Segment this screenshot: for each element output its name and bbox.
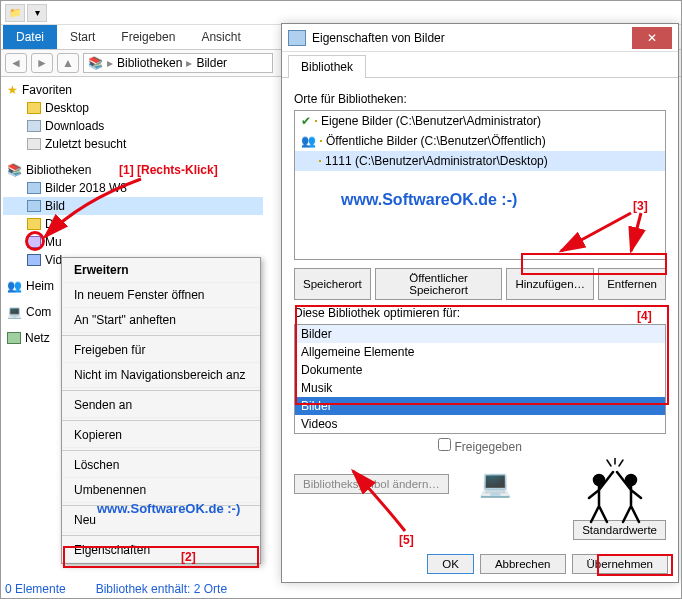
status-contains: Bibliothek enthält: 2 Orte (96, 582, 227, 596)
ctx-share[interactable]: Freigeben für (62, 338, 260, 363)
locations-label: Orte für Bibliotheken: (294, 92, 666, 106)
nav-downloads[interactable]: Downloads (45, 119, 104, 133)
btn-remove[interactable]: Entfernen (598, 268, 666, 300)
check-icon: ✔ (301, 114, 311, 128)
separator (62, 535, 260, 536)
crumb-seg2[interactable]: Bilder (196, 56, 227, 70)
folder-icon (315, 120, 317, 122)
tab-file[interactable]: Datei (3, 25, 57, 49)
ctx-new-window[interactable]: In neuem Fenster öffnen (62, 283, 260, 308)
nav-homegroup[interactable]: Heim (26, 279, 54, 293)
recent-icon (27, 138, 41, 150)
nav-network[interactable]: Netz (25, 331, 50, 345)
ctx-pin-start[interactable]: An "Start" anheften (62, 308, 260, 333)
nav-videos[interactable]: Vid (45, 253, 62, 267)
shared-checkbox[interactable] (438, 438, 451, 451)
context-menu: Erweitern In neuem Fenster öffnen An "St… (61, 257, 261, 564)
folder-icon (320, 140, 322, 142)
dialog-titlebar: Eigenschaften von Bilder ✕ (282, 24, 678, 52)
nav-bilder2018[interactable]: Bilder 2018 W8 (45, 181, 127, 195)
separator (62, 420, 260, 421)
ctx-copy[interactable]: Kopieren (62, 423, 260, 448)
documents-icon (27, 218, 41, 230)
folder-icon (319, 160, 321, 162)
quick-access-toolbar: 📁 ▾ (1, 1, 681, 25)
watermark-small: www.SoftwareOK.de :-) (97, 501, 240, 516)
tab-library[interactable]: Bibliothek (288, 55, 366, 78)
ctx-properties[interactable]: Eigenschaften (62, 538, 260, 563)
up-button[interactable]: ▲ (57, 53, 79, 73)
ctx-send-to[interactable]: Senden an (62, 393, 260, 418)
pictures-icon (27, 182, 41, 194)
opt-documents[interactable]: Dokumente (295, 361, 665, 379)
opt-selected[interactable]: Bilder (295, 325, 665, 343)
chevron-right-icon: ▸ (186, 56, 192, 70)
watermark-main: www.SoftwareOK.de :-) (341, 191, 517, 209)
ctx-rename[interactable]: Umbenennen (62, 478, 260, 503)
chevron-right-icon: ▸ (107, 56, 113, 70)
opt-pictures[interactable]: Bilder (295, 397, 665, 415)
annotation-circle-1 (25, 231, 45, 251)
annotation-1: [1] [Rechts-Klick] (119, 163, 218, 177)
btn-change-icon[interactable]: Bibliotheksymbol ändern… (294, 474, 449, 494)
nav-libraries[interactable]: Bibliotheken (26, 163, 91, 177)
annotation-5: [5] (399, 533, 414, 547)
dialog-title: Eigenschaften von Bilder (312, 31, 445, 45)
tab-start[interactable]: Start (57, 25, 108, 49)
libraries-icon: 📚 (7, 163, 22, 177)
downloads-icon (27, 120, 41, 132)
btn-apply[interactable]: Übernehmen (572, 554, 668, 574)
btn-add[interactable]: Hinzufügen… (506, 268, 594, 300)
homegroup-icon: 👥 (7, 279, 22, 293)
nav-music[interactable]: Mu (45, 235, 62, 249)
optimize-select[interactable]: Bilder Allgemeine Elemente Dokumente Mus… (294, 324, 666, 434)
separator (62, 450, 260, 451)
annotation-4: [4] (637, 309, 652, 323)
separator (62, 390, 260, 391)
users-icon: 👥 (301, 134, 316, 148)
optimize-label: Diese Bibliothek optimieren für: (294, 306, 666, 320)
pictures-icon (288, 30, 306, 46)
dropdown-icon[interactable]: ▾ (27, 4, 47, 22)
opt-music[interactable]: Musik (295, 379, 665, 397)
status-elements: 0 Elemente (5, 582, 66, 596)
locations-list[interactable]: ✔Eigene Bilder (C:\Benutzer\Administrato… (294, 110, 666, 260)
videos-icon (27, 254, 41, 266)
nav-favorites[interactable]: Favoriten (22, 83, 72, 97)
nav-computer[interactable]: Com (26, 305, 51, 319)
network-icon (7, 332, 21, 344)
opt-general[interactable]: Allgemeine Elemente (295, 343, 665, 361)
computer-icon: 💻 (7, 305, 22, 319)
nav-bilder[interactable]: Bild (45, 199, 65, 213)
btn-storage[interactable]: Speicherort (294, 268, 371, 300)
status-bar: 0 Elemente Bibliothek enthält: 2 Orte (5, 582, 227, 596)
ctx-expand[interactable]: Erweitern (62, 258, 260, 283)
ctx-hide-nav[interactable]: Nicht im Navigationsbereich anz (62, 363, 260, 388)
fwd-button[interactable]: ► (31, 53, 53, 73)
close-button[interactable]: ✕ (632, 27, 672, 49)
nav-documents[interactable]: Do (45, 217, 60, 231)
tab-share[interactable]: Freigeben (108, 25, 188, 49)
annotation-3: [3] (633, 199, 648, 213)
breadcrumb[interactable]: 📚 ▸ Bibliotheken ▸ Bilder (83, 53, 273, 73)
opt-videos[interactable]: Videos (295, 415, 665, 433)
btn-public-storage[interactable]: Öffentlicher Speicherort (375, 268, 503, 300)
folder-icon: 📁 (5, 4, 25, 22)
nav-recent[interactable]: Zuletzt besucht (45, 137, 126, 151)
back-button[interactable]: ◄ (5, 53, 27, 73)
btn-ok[interactable]: OK (427, 554, 474, 574)
btn-cancel[interactable]: Abbrechen (480, 554, 566, 574)
ctx-delete[interactable]: Löschen (62, 453, 260, 478)
star-icon: ★ (7, 83, 18, 97)
nav-desktop[interactable]: Desktop (45, 101, 89, 115)
separator (62, 335, 260, 336)
annotation-2: [2] (181, 550, 196, 564)
loc3[interactable]: 1111 (C:\Benutzer\Administrator\Desktop) (325, 154, 548, 168)
tab-view[interactable]: Ansicht (188, 25, 253, 49)
dialog-tabs: Bibliothek (282, 52, 678, 78)
shared-label: Freigegeben (294, 438, 666, 454)
loc1[interactable]: Eigene Bilder (C:\Benutzer\Administrator… (321, 114, 541, 128)
desktop-icon (27, 102, 41, 114)
loc2[interactable]: Öffentliche Bilder (C:\Benutzer\Öffentli… (326, 134, 546, 148)
crumb-seg1[interactable]: Bibliotheken (117, 56, 182, 70)
